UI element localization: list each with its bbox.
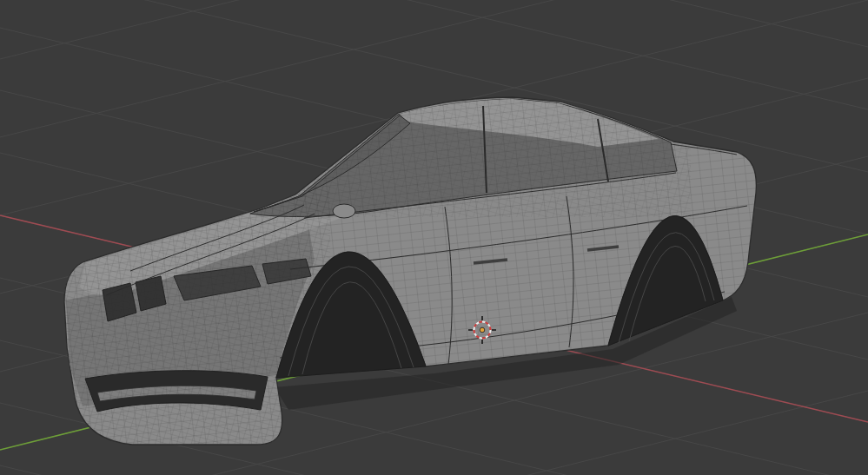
side-mirror [333,204,355,218]
viewport-canvas[interactable] [0,0,868,475]
object-origin-dot [480,327,485,333]
3d-viewport[interactable] [0,0,868,475]
